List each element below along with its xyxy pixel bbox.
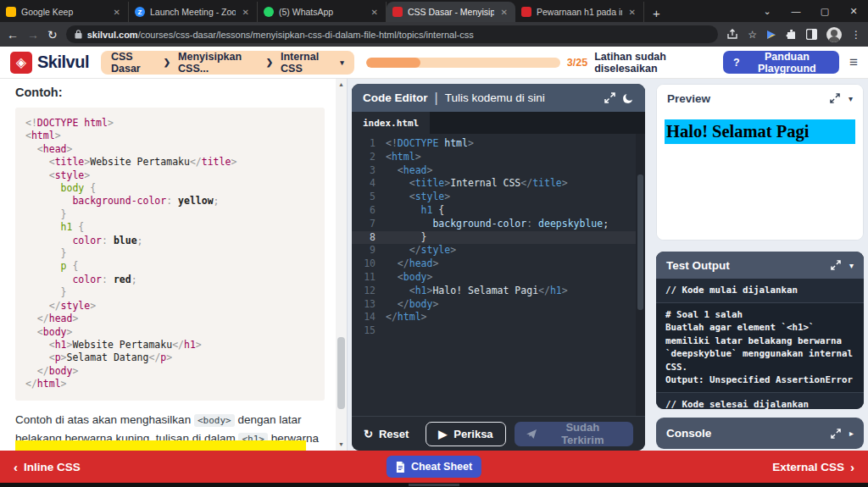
browser-tab[interactable]: Pewarnaan h1 pada internal✕ bbox=[515, 2, 644, 22]
reload-icon[interactable]: ↻ bbox=[47, 28, 58, 42]
url-bar[interactable]: skilvul.com/courses/css-dasar/lessons/me… bbox=[66, 25, 719, 43]
scroll-down-icon[interactable]: ▼ bbox=[336, 439, 347, 451]
scroll-up-icon[interactable]: ▲ bbox=[336, 79, 347, 91]
expand-icon[interactable] bbox=[830, 93, 840, 103]
code-line: } bbox=[25, 247, 314, 260]
close-tab-icon[interactable]: ✕ bbox=[112, 8, 122, 17]
editor-line: 12 <h1>Halo! Selamat Pagi</h1> bbox=[352, 285, 645, 298]
editor-line: 4 <title>Internal CSS</title> bbox=[352, 177, 645, 191]
code-line: color: red; bbox=[25, 274, 314, 286]
playground-guide-button[interactable]: ? Panduan Playground bbox=[723, 51, 839, 74]
tab-title: Pewarnaan h1 pada internal bbox=[537, 7, 622, 17]
breadcrumb-item[interactable]: Menyisipkan CSS... bbox=[178, 51, 259, 75]
cheat-sheet-button[interactable]: Cheat Sheet bbox=[387, 456, 481, 478]
close-tab-icon[interactable]: ✕ bbox=[627, 8, 637, 17]
close-tab-icon[interactable]: ✕ bbox=[370, 8, 380, 17]
skilvul-logo[interactable]: Skilvul bbox=[10, 52, 89, 74]
submitted-button[interactable]: Sudah Terkirim bbox=[515, 422, 633, 446]
scrollbar-thumb[interactable] bbox=[337, 337, 345, 409]
progress-track bbox=[366, 58, 560, 68]
next-lesson-link[interactable]: External CSS › bbox=[772, 460, 854, 474]
browser-tab[interactable]: CSS Dasar - Menyisipkan CS✕ bbox=[387, 2, 515, 22]
browser-tab[interactable]: ZLaunch Meeting - Zoom✕ bbox=[129, 2, 258, 22]
breadcrumb[interactable]: CSS Dasar❯Menyisipkan CSS...❯Internal CS… bbox=[101, 51, 354, 75]
preview-heading: Halo! Selamat Pagi bbox=[665, 119, 855, 144]
editor-line: 10 </head> bbox=[352, 257, 645, 271]
collapse-caret-icon[interactable]: ▾ bbox=[849, 261, 854, 270]
breadcrumb-item[interactable]: Internal CSS bbox=[281, 51, 332, 75]
preview-panel: Preview ▾ Halo! Selamat Pagi bbox=[656, 84, 864, 241]
console-panel: Console ▸ bbox=[656, 418, 864, 449]
browser-tab[interactable]: (5) WhatsApp✕ bbox=[258, 2, 387, 22]
editor-code: </head> bbox=[386, 257, 438, 271]
collapse-caret-icon[interactable]: ▾ bbox=[849, 94, 853, 103]
editor-line: 5 <style> bbox=[352, 191, 645, 204]
editor-code: h1 { bbox=[386, 204, 444, 218]
paper-plane-icon bbox=[526, 429, 537, 440]
extension-play-icon[interactable] bbox=[766, 30, 776, 40]
expand-icon[interactable] bbox=[831, 429, 841, 439]
extensions-puzzle-icon[interactable] bbox=[786, 29, 797, 40]
code-editor-area[interactable]: 1<!DOCTYPE html>2<html>3 <head>4 <title>… bbox=[352, 134, 645, 416]
bookmark-star-icon[interactable]: ☆ bbox=[748, 29, 757, 41]
editor-scrollbar-thumb[interactable] bbox=[637, 174, 643, 310]
editor-file-tabs: index.html bbox=[352, 112, 645, 134]
progress-count: 3/25 bbox=[567, 57, 587, 69]
minimize-icon[interactable]: — bbox=[782, 6, 810, 16]
line-number: 11 bbox=[352, 271, 386, 285]
prev-lesson-link[interactable]: ‹ Inline CSS bbox=[14, 460, 81, 474]
code-line: </style> bbox=[25, 300, 314, 313]
tab-title: Google Keep bbox=[21, 7, 107, 17]
code-line: <!DOCTYPE html> bbox=[25, 117, 314, 130]
chevron-left-icon: ‹ bbox=[14, 460, 18, 474]
progress-text: Latihan sudah diselesaikan bbox=[594, 51, 711, 75]
browser-tab-strip: Google Keep✕ZLaunch Meeting - Zoom✕(5) W… bbox=[0, 0, 868, 22]
document-icon bbox=[396, 462, 405, 473]
back-icon[interactable]: ← bbox=[7, 28, 19, 42]
lesson-content-pane: Contoh: <!DOCTYPE html><html> <head> <ti… bbox=[0, 79, 348, 451]
browser-tab[interactable]: Google Keep✕ bbox=[0, 2, 129, 22]
browser-menu-icon[interactable]: ⋮ bbox=[851, 29, 861, 41]
breadcrumb-item[interactable]: CSS Dasar bbox=[111, 51, 156, 75]
test-output-row: // Kode mulai dijalankan bbox=[656, 279, 864, 303]
expand-icon[interactable] bbox=[831, 260, 841, 270]
inline-code-chip: <body> bbox=[194, 414, 235, 427]
expand-caret-icon[interactable]: ▸ bbox=[849, 429, 854, 438]
line-number: 6 bbox=[352, 204, 386, 218]
share-icon[interactable] bbox=[726, 29, 738, 40]
reset-button[interactable]: ↻ Reset bbox=[364, 428, 409, 440]
expand-icon[interactable] bbox=[604, 92, 615, 103]
lesson-scrollbar[interactable]: ▲ ▼ bbox=[336, 79, 347, 451]
new-tab-button[interactable]: + bbox=[644, 6, 669, 22]
profile-avatar[interactable] bbox=[826, 27, 842, 42]
line-number: 9 bbox=[352, 244, 386, 257]
close-tab-icon[interactable]: ✕ bbox=[499, 8, 509, 17]
editor-line: 14</html> bbox=[352, 311, 645, 324]
restore-icon[interactable]: ▢ bbox=[810, 6, 839, 17]
tab-search-icon[interactable]: ⌄ bbox=[753, 6, 782, 17]
forward-icon[interactable]: → bbox=[27, 28, 39, 42]
check-button[interactable]: ▶ Periksa bbox=[426, 422, 505, 446]
dark-mode-moon-icon[interactable] bbox=[622, 92, 634, 104]
file-tab-index-html[interactable]: index.html bbox=[352, 112, 430, 134]
url-path: /courses/css-dasar/lessons/menyisipkan-c… bbox=[138, 30, 474, 40]
url-domain: skilvul.com bbox=[87, 30, 138, 40]
hamburger-menu-icon[interactable]: ≡ bbox=[849, 54, 858, 71]
code-line: color: blue; bbox=[25, 235, 314, 247]
tab-title: Launch Meeting - Zoom bbox=[150, 7, 236, 17]
editor-line: 11 <body> bbox=[352, 271, 645, 285]
close-window-icon[interactable]: ✕ bbox=[839, 6, 868, 17]
line-number: 7 bbox=[352, 218, 386, 231]
sidepanel-icon[interactable] bbox=[806, 29, 817, 40]
editor-line: 6 h1 { bbox=[352, 204, 645, 218]
line-number: 1 bbox=[352, 137, 386, 151]
browser-toolbar: ← → ↻ skilvul.com/courses/css-dasar/less… bbox=[0, 22, 868, 47]
editor-scrollbar[interactable] bbox=[636, 134, 645, 416]
taskbar-edge bbox=[0, 483, 868, 487]
code-line: } bbox=[25, 286, 314, 299]
code-line: <title>Website Pertamaku</title> bbox=[25, 156, 314, 169]
code-line: h1 { bbox=[25, 221, 314, 234]
close-tab-icon[interactable]: ✕ bbox=[241, 8, 251, 17]
whatsapp-favicon bbox=[264, 7, 274, 17]
line-number: 14 bbox=[352, 311, 386, 324]
